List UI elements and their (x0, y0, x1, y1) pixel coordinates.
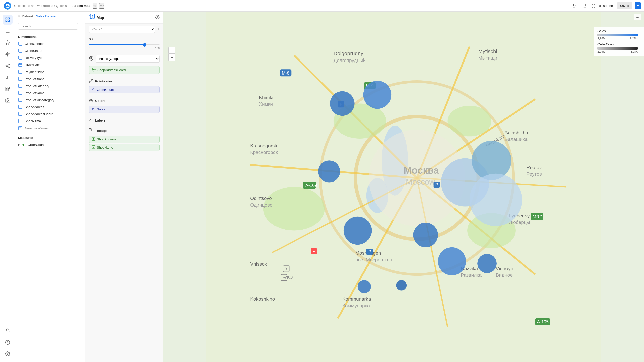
add-field-button[interactable]: + (79, 24, 82, 29)
field-productsubcategory[interactable]: T ProductSubcategory (15, 96, 85, 103)
more-options-button[interactable]: ••• (99, 3, 104, 9)
sidebar-item-help[interactable] (3, 337, 13, 347)
sales-field-name[interactable]: Sales (97, 107, 105, 111)
main-content: ▾ Dataset: Sales Dataset + Dimensions T … (0, 12, 644, 362)
sidebar-item-home[interactable] (3, 15, 13, 25)
map-svg: Москва Moscow Dolgoprudny Долгопрудный M… (163, 12, 644, 362)
field-shopaddresscoord[interactable]: T ShopAddressCoord (15, 110, 85, 117)
svg-text:T: T (19, 120, 21, 123)
field-shopname[interactable]: T ShopName (15, 117, 85, 125)
redo-button[interactable] (581, 2, 587, 10)
chart-panel-header: Map (85, 12, 163, 24)
svg-text:MRD: MRD (533, 214, 543, 219)
svg-text:✈: ✈ (282, 275, 286, 280)
sidebar-item-alerts[interactable] (3, 49, 13, 59)
chart-panel: Map Слой 1 + 80 0 100 (85, 12, 163, 362)
sidebar-item-settings[interactable] (3, 349, 13, 359)
field-deliverytype[interactable]: T DeliveryType (15, 54, 85, 61)
field-name-measurenames: Measure Names (25, 126, 49, 130)
resize-icon (89, 79, 93, 84)
undo-button[interactable] (571, 2, 578, 10)
saved-dropdown-button[interactable]: ▾ (635, 2, 641, 9)
field-name-productsubcategory: ProductSubcategory (25, 98, 54, 102)
field-name-shopaddress: ShopAddress (25, 105, 44, 109)
chart-settings-button[interactable] (155, 15, 160, 20)
field-productcategory[interactable]: T ProductCategory (15, 82, 85, 89)
breadcrumb-part1[interactable]: Collections and workbooks (14, 4, 53, 8)
sidebar-item-collections[interactable] (3, 26, 13, 36)
map-zoom-out-button[interactable]: − (168, 54, 175, 61)
field-paymenttype[interactable]: T PaymentType (15, 68, 85, 75)
breadcrumb-part2[interactable]: Quick start (56, 4, 71, 8)
opacity-slider[interactable] (89, 44, 160, 45)
collapse-button[interactable]: ▾ (18, 14, 20, 18)
svg-text:M-8: M-8 (282, 71, 289, 76)
svg-point-6 (8, 64, 9, 65)
svg-text:T: T (19, 42, 21, 45)
map-point-large3 (470, 174, 522, 226)
svg-text:Odintsovo: Odintsovo (250, 196, 272, 201)
labels-section: A Labels (85, 115, 163, 124)
svg-text:Видное: Видное (496, 272, 513, 278)
measures-expand[interactable]: ▶ # OrderCount (15, 141, 85, 148)
sidebar-item-favorites[interactable] (3, 38, 13, 48)
svg-text:Балашиха: Балашиха (504, 137, 528, 142)
opacity-section: 80 0 100 (85, 35, 163, 51)
svg-rect-14 (6, 89, 7, 91)
sidebar-item-dashboards[interactable] (3, 84, 13, 94)
field-icon-T8: T (18, 98, 23, 102)
add-layer-button[interactable]: + (157, 27, 160, 32)
layer-select[interactable]: Слой 1 (89, 26, 155, 33)
field-icon-T9: T (18, 105, 23, 109)
svg-text:Balashikha: Balashikha (504, 130, 528, 135)
sidebar-item-connections[interactable] (3, 61, 13, 71)
map-point-small1 (358, 280, 371, 293)
field-name-productbrand: ProductBrand (25, 77, 45, 81)
field-measurenames[interactable]: T Measure Names (15, 125, 85, 132)
field-productbrand[interactable]: T ProductBrand (15, 75, 85, 82)
search-input[interactable] (18, 23, 78, 30)
svg-text:#: # (22, 143, 24, 147)
calendar-icon (18, 63, 23, 67)
legend-order-max: 4,08K (630, 50, 638, 53)
saved-button[interactable]: Saved (617, 2, 632, 9)
field-shopaddress[interactable]: T ShopAddress (15, 103, 85, 110)
map-point-med7 (477, 254, 497, 273)
field-clientstatus[interactable]: T ClientStatus (15, 47, 85, 54)
svg-text:T: T (90, 129, 91, 131)
legend-sales-bar (597, 34, 638, 36)
icon-sidebar (0, 12, 15, 362)
coord-field-name[interactable]: ShopAddressCoord (97, 68, 126, 72)
sidebar-item-notifications[interactable] (3, 326, 13, 336)
svg-point-8 (8, 67, 9, 68)
slider-max: 100 (155, 47, 160, 50)
star-button[interactable]: ☆ (93, 3, 97, 9)
tooltip-shopname-name[interactable]: ShopName (97, 146, 113, 149)
svg-text:T: T (19, 92, 21, 94)
tooltip-shopaddress-name[interactable]: ShopAddress (97, 137, 116, 141)
legend-sales-title: Sales (597, 29, 640, 33)
ordercount-field-name[interactable]: OrderCount (97, 88, 114, 92)
field-orderdate[interactable]: OrderDate (15, 61, 85, 68)
svg-text:P: P (312, 249, 315, 254)
geometry-select[interactable]: Points (Geop... (96, 55, 160, 63)
field-productname[interactable]: T ProductName (15, 89, 85, 96)
svg-text:Moscow: Moscow (406, 177, 435, 186)
field-clientgender[interactable]: T ClientGender (15, 40, 85, 47)
svg-text:T: T (19, 71, 21, 73)
svg-text:A: A (89, 118, 91, 122)
dataset-name[interactable]: Sales Dataset (36, 14, 56, 18)
map-area[interactable]: Москва Moscow Dolgoprudny Долгопрудный M… (163, 12, 644, 362)
svg-rect-24 (19, 63, 22, 67)
map-zoom-in-button[interactable]: + (168, 47, 175, 54)
svg-text:A-105: A-105 (537, 319, 549, 324)
sidebar-item-charts[interactable] (3, 72, 13, 82)
svg-text:✈: ✈ (284, 266, 288, 271)
colors-icon (89, 98, 93, 103)
fullscreen-button[interactable]: Full screen (590, 3, 614, 9)
sidebar-item-camera[interactable] (3, 95, 13, 105)
colors-label: Colors (95, 99, 105, 103)
svg-text:Mytischi: Mytischi (478, 48, 497, 54)
map-more-options-button[interactable]: ••• (634, 14, 641, 20)
field-icon-T5: T (18, 77, 23, 81)
